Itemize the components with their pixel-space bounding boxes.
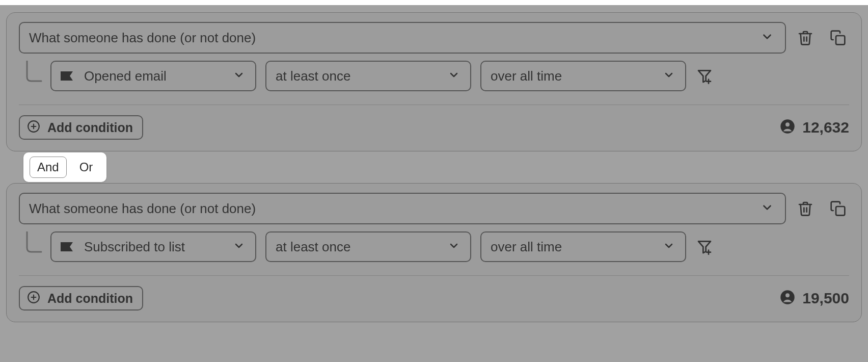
divider <box>19 105 849 105</box>
svg-rect-0 <box>836 36 845 44</box>
condition-type-dropdown[interactable]: What someone has done (or not done) <box>19 193 786 224</box>
top-strip <box>0 0 868 5</box>
chevron-down-icon <box>233 69 245 83</box>
timeframe-label: over all time <box>491 68 562 84</box>
frequency-dropdown[interactable]: at least once <box>265 231 471 262</box>
chevron-down-icon <box>663 240 675 254</box>
add-filter-button[interactable] <box>695 238 714 256</box>
card-footer-row: Add condition 12,632 <box>19 115 849 140</box>
plus-circle-icon <box>27 291 40 306</box>
timeframe-dropdown[interactable]: over all time <box>480 61 686 91</box>
count-group: 12,632 <box>780 119 849 136</box>
condition-card: What someone has done (or not done) <box>6 183 862 322</box>
card-header-actions <box>796 199 849 218</box>
card-header-row: What someone has done (or not done) <box>19 22 849 54</box>
svg-rect-10 <box>836 206 845 215</box>
add-condition-label: Add condition <box>47 291 133 306</box>
delete-button[interactable] <box>796 29 815 47</box>
conditions-canvas: What someone has done (or not done) <box>0 5 868 331</box>
flag-icon <box>61 242 75 252</box>
person-icon <box>780 119 795 136</box>
metric-label: Subscribed to list <box>84 239 185 255</box>
tree-connector <box>22 236 44 258</box>
frequency-dropdown[interactable]: at least once <box>265 61 471 91</box>
frequency-label: at least once <box>276 68 350 84</box>
condition-type-label: What someone has done (or not done) <box>29 30 256 46</box>
condition-card: What someone has done (or not done) <box>6 12 862 151</box>
person-icon <box>780 290 795 307</box>
count-group: 19,500 <box>780 290 849 307</box>
condition-type-label: What someone has done (or not done) <box>29 201 256 217</box>
frequency-label: at least once <box>276 239 350 255</box>
condition-type-dropdown[interactable]: What someone has done (or not done) <box>19 22 786 54</box>
duplicate-button[interactable] <box>829 29 847 47</box>
svg-marker-1 <box>61 71 73 81</box>
add-condition-label: Add condition <box>47 120 133 135</box>
card-footer-row: Add condition 19,500 <box>19 286 849 311</box>
logic-toggle: And Or <box>23 152 106 182</box>
logic-and-option[interactable]: And <box>30 157 67 178</box>
chevron-down-icon <box>761 30 774 45</box>
chevron-down-icon <box>663 69 675 83</box>
chevron-down-icon <box>448 240 460 254</box>
metric-dropdown[interactable]: Opened email <box>50 61 256 91</box>
logic-or-option[interactable]: Or <box>72 157 101 178</box>
chevron-down-icon <box>233 240 245 254</box>
timeframe-dropdown[interactable]: over all time <box>480 231 686 262</box>
divider <box>19 275 849 276</box>
chevron-down-icon <box>761 201 774 216</box>
timeframe-label: over all time <box>491 239 562 255</box>
svg-point-19 <box>785 293 790 297</box>
condition-sub-row: Opened email at least once over all time <box>19 61 849 91</box>
add-condition-button[interactable]: Add condition <box>19 286 143 311</box>
card-header-row: What someone has done (or not done) <box>19 193 849 224</box>
chevron-down-icon <box>448 69 460 83</box>
duplicate-button[interactable] <box>829 199 847 218</box>
flag-icon <box>61 71 75 81</box>
count-value: 19,500 <box>802 290 849 307</box>
add-condition-button[interactable]: Add condition <box>19 115 143 140</box>
svg-point-9 <box>785 122 790 126</box>
logic-row: And Or <box>6 148 862 186</box>
plus-circle-icon <box>27 120 40 135</box>
metric-label: Opened email <box>84 68 167 84</box>
add-filter-button[interactable] <box>695 67 714 85</box>
svg-marker-11 <box>61 242 73 251</box>
tree-connector <box>22 65 44 87</box>
metric-dropdown[interactable]: Subscribed to list <box>50 231 256 262</box>
delete-button[interactable] <box>796 199 815 218</box>
condition-sub-row: Subscribed to list at least once over al… <box>19 231 849 262</box>
card-header-actions <box>796 29 849 47</box>
count-value: 12,632 <box>802 119 849 136</box>
